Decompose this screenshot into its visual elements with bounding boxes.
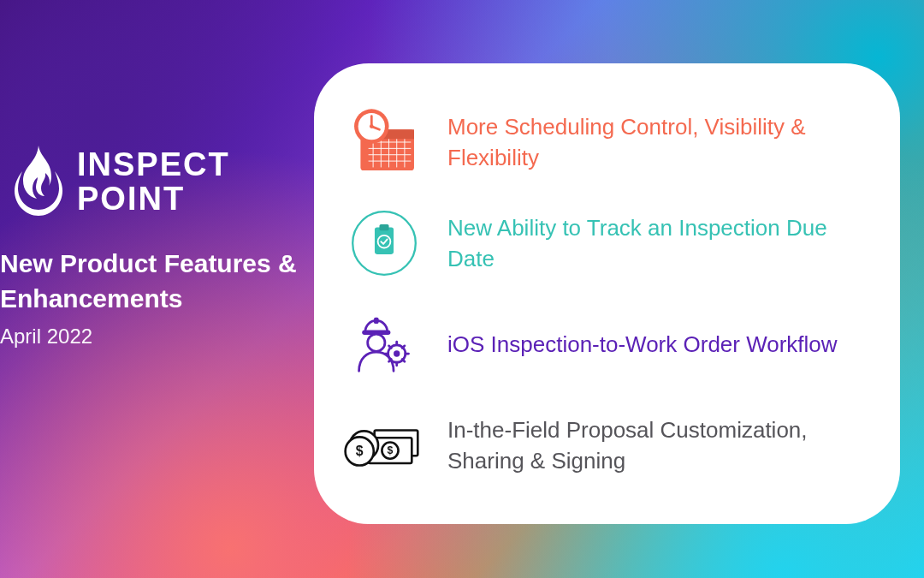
svg-rect-18 — [379, 224, 388, 230]
feature-row: New Ability to Track an Inspection Due D… — [343, 202, 864, 284]
features-card: More Scheduling Control, Visibility & Fl… — [314, 63, 900, 524]
svg-line-30 — [402, 359, 405, 361]
svg-line-31 — [389, 359, 392, 361]
svg-point-24 — [394, 350, 400, 356]
feature-text: In-the-Field Proposal Customization, Sha… — [447, 414, 864, 477]
svg-line-32 — [402, 346, 405, 349]
feature-text: iOS Inspection-to-Work Order Workflow — [447, 329, 838, 360]
slide-canvas: INSPECT POINT New Product Features & Enh… — [0, 0, 924, 578]
date-label: April 2022 — [0, 325, 325, 349]
brand-line-1: INSPECT — [77, 148, 230, 182]
clipboard-check-icon — [343, 202, 425, 284]
money-dollar-icon: $ $ — [343, 404, 425, 486]
feature-row: $ $ In-the-Field Proposal Customization,… — [343, 404, 864, 486]
svg-rect-21 — [374, 318, 379, 324]
feature-text: More Scheduling Control, Visibility & Fl… — [447, 111, 864, 174]
subtitle: New Product Features & Enhancements — [0, 247, 325, 316]
calendar-clock-icon — [343, 101, 425, 183]
svg-text:$: $ — [388, 444, 394, 456]
feature-text: New Ability to Track an Inspection Due D… — [447, 212, 864, 275]
svg-point-15 — [370, 124, 374, 128]
feature-row: More Scheduling Control, Visibility & Fl… — [343, 101, 864, 183]
brand-wordmark: INSPECT POINT — [77, 148, 230, 217]
brand-logo: INSPECT POINT — [0, 146, 325, 219]
brand-line-2: POINT — [77, 182, 230, 217]
flame-icon — [12, 146, 65, 219]
svg-point-22 — [368, 334, 385, 351]
left-panel: INSPECT POINT New Product Features & Enh… — [0, 146, 325, 349]
svg-line-29 — [389, 346, 392, 349]
feature-row: iOS Inspection-to-Work Order Workflow — [343, 303, 864, 385]
worker-gear-icon — [343, 303, 425, 385]
svg-text:$: $ — [356, 444, 364, 458]
